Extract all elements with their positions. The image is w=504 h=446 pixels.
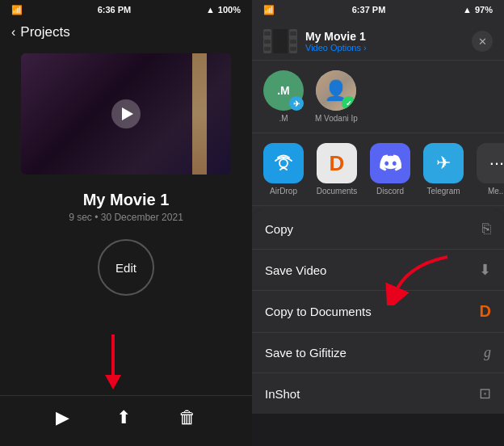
video-label: Video xyxy=(305,43,328,53)
save-video-label: Save Video xyxy=(265,263,326,277)
save-video-icon: ⬇ xyxy=(479,261,491,279)
delete-toolbar-icon[interactable]: 🗑 xyxy=(178,407,196,428)
contact-item[interactable]: .M ✈ .M xyxy=(263,70,304,123)
copy-icon: ⎘ xyxy=(482,221,491,238)
battery-right-val: 97% xyxy=(475,5,493,15)
documents-label: Documents xyxy=(317,187,358,196)
play-toolbar-icon[interactable]: ▶ xyxy=(56,407,69,428)
telegram-badge: ✈ xyxy=(289,96,304,111)
contact-m-name: .M xyxy=(279,114,288,123)
discord-label: Discord xyxy=(376,187,404,196)
action-save-gifitize[interactable]: Save to Gifitize g xyxy=(252,333,504,373)
wifi-icon: 📶 xyxy=(11,5,23,15)
contacts-row: .M ✈ .M 👤 ✓ M Vodani Ip xyxy=(252,61,504,133)
arrow-shaft xyxy=(111,334,115,375)
edit-button-wrap: Edit xyxy=(0,239,252,296)
copy-documents-label: Copy to Documents xyxy=(265,305,372,318)
status-bar-right: 📶 6:37 PM ▲ 97% xyxy=(252,0,504,19)
action-list: Copy ⎘ Save Video ⬇ Copy to Documents D … xyxy=(252,209,504,446)
edit-button[interactable]: Edit xyxy=(98,239,154,296)
save-gifitize-label: Save to Gifitize xyxy=(265,346,346,360)
play-triangle-icon xyxy=(122,107,133,120)
bottom-toolbar: ▶ ⬆ 🗑 xyxy=(0,395,252,446)
inshot-icon: ⊡ xyxy=(479,385,491,402)
apps-row: AirDrop D Documents Discord ✈ Telegram ·… xyxy=(252,133,504,206)
more-icon: ··· xyxy=(477,143,504,183)
action-inshot[interactable]: InShot ⊡ xyxy=(252,373,504,414)
arrow-head xyxy=(105,375,121,389)
app-documents[interactable]: D Documents xyxy=(317,143,357,196)
time-left: 6:36 PM xyxy=(98,5,132,15)
contact-v-name: M Vodani Ip xyxy=(315,114,358,123)
app-telegram[interactable]: ✈ Telegram xyxy=(423,143,464,196)
battery-left: 100% xyxy=(218,5,241,15)
contact-m-initial: .M xyxy=(277,84,290,97)
action-copy-documents[interactable]: Copy to Documents D xyxy=(252,291,504,333)
time-right: 6:37 PM xyxy=(352,5,386,15)
status-icons-left: 📶 xyxy=(11,5,23,15)
red-arrow-down-left xyxy=(105,334,121,389)
telegram-app-icon: ✈ xyxy=(423,143,464,183)
thumbnail-strip xyxy=(192,53,207,175)
more-label: Me... xyxy=(488,187,504,196)
nav-title[interactable]: Projects xyxy=(20,24,69,40)
action-save-video[interactable]: Save Video ⬇ xyxy=(252,250,504,291)
app-more[interactable]: ··· Me... xyxy=(477,143,504,196)
app-discord[interactable]: Discord xyxy=(370,143,410,196)
share-close-button[interactable]: ✕ xyxy=(472,31,493,52)
inshot-label: InShot xyxy=(265,387,300,401)
movie-title: My Movie 1 xyxy=(0,191,252,209)
play-button[interactable] xyxy=(111,99,141,128)
contact-avatar-m: .M ✈ xyxy=(263,70,304,111)
battery-icons-left: ▲ 100% xyxy=(206,5,241,15)
status-bar-left: 📶 6:36 PM ▲ 100% xyxy=(0,0,252,19)
back-arrow-icon[interactable]: ‹ xyxy=(11,25,15,40)
share-header: My Movie 1 Video Options › ✕ xyxy=(252,19,504,61)
movie-info: My Movie 1 9 sec • 30 December 2021 xyxy=(0,183,252,228)
discord-icon xyxy=(370,143,410,183)
nav-bar-left: ‹ Projects xyxy=(0,19,252,45)
battery-right: ▲ 97% xyxy=(463,5,493,15)
telegram-label: Telegram xyxy=(426,187,460,196)
status-icons-right: 📶 xyxy=(263,5,275,15)
left-panel: 📶 6:36 PM ▲ 100% ‹ Projects My Movie 1 9… xyxy=(0,0,252,446)
options-link[interactable]: Options › xyxy=(330,43,367,53)
video-thumbnail[interactable] xyxy=(21,53,231,175)
share-sheet: My Movie 1 Video Options › ✕ .M ✈ .M 👤 ✓ xyxy=(252,19,504,446)
right-panel: 📶 6:37 PM ▲ 97% xyxy=(252,0,504,446)
film-strip-icon xyxy=(263,29,297,53)
movie-meta: 9 sec • 30 December 2021 xyxy=(0,212,252,223)
wifi-right-icon: 📶 xyxy=(263,5,275,15)
svg-point-0 xyxy=(279,159,288,167)
documents-icon: D xyxy=(317,143,357,183)
save-gifitize-icon: g xyxy=(484,344,491,361)
share-sheet-subtitle: Video Options › xyxy=(305,43,472,53)
share-header-text: My Movie 1 Video Options › xyxy=(305,30,472,53)
signal-icon: ▲ xyxy=(206,5,215,15)
contact-item-v[interactable]: 👤 ✓ M Vodani Ip xyxy=(315,70,358,123)
airdrop-label: AirDrop xyxy=(270,187,297,196)
action-copy[interactable]: Copy ⎘ xyxy=(252,209,504,250)
copy-label: Copy xyxy=(265,222,293,236)
location-icon: ▲ xyxy=(463,5,472,15)
airdrop-icon xyxy=(263,143,304,183)
share-sheet-title: My Movie 1 xyxy=(305,30,472,43)
app-airdrop[interactable]: AirDrop xyxy=(263,143,304,196)
whatsapp-badge: ✓ xyxy=(342,96,356,111)
copy-documents-icon: D xyxy=(480,302,491,321)
share-toolbar-icon[interactable]: ⬆ xyxy=(116,407,131,428)
contact-avatar-v: 👤 ✓ xyxy=(316,70,356,111)
